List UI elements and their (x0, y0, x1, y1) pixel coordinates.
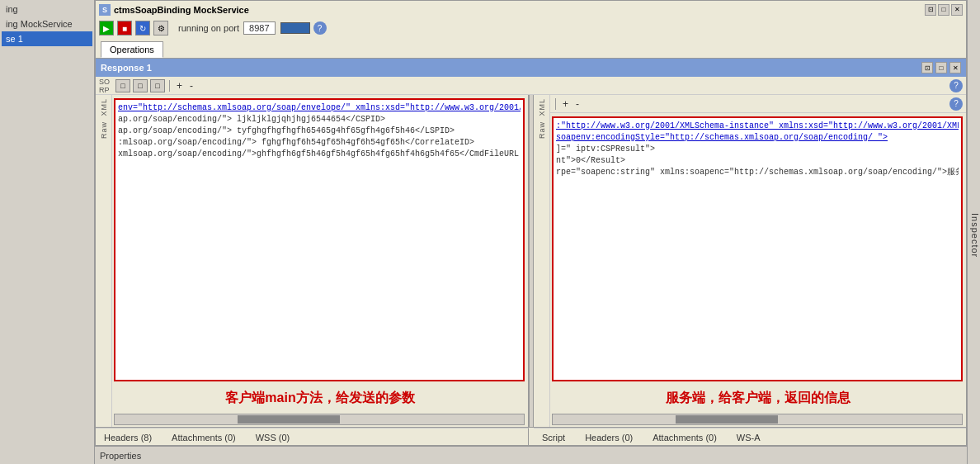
sidebar-item-2[interactable]: ing MockService (2, 17, 92, 31)
left-hscroll[interactable] (114, 414, 525, 425)
right-xml-line-5: nt">0</Result> (556, 155, 959, 167)
tab-script-right[interactable]: Script (539, 432, 568, 443)
right-hscroll[interactable] (552, 414, 963, 425)
bottom-bar: Headers (8) Attachments (0) WSS (0) Scri… (96, 427, 966, 445)
tab-headers-right[interactable]: Headers (0) (582, 432, 636, 443)
rtoolbar-btn-1[interactable]: □ (115, 79, 130, 92)
left-xml-content[interactable]: env="http://schemas.xmlsoap.org/soap/env… (114, 98, 525, 381)
rtoolbar-btn-3[interactable]: □ (150, 79, 165, 92)
tab-wsa-right[interactable]: WS-A (733, 432, 764, 443)
left-content-box: env="http://schemas.xmlsoap.org/soap/env… (112, 95, 528, 427)
raw-label-right: Raw (538, 121, 546, 139)
right-xml-line-4: ]=" iptv:CSPResult"> (556, 144, 959, 155)
tab-attachments-left[interactable]: Attachments (0) (168, 432, 239, 443)
xml-label-vert-left: XML Raw (96, 95, 112, 427)
xml-line-4: :mlsoap.org/soap/encoding/"> fghgfhgf6h5… (118, 137, 521, 149)
response-title-buttons: ⊡ □ ✕ (921, 62, 961, 73)
xml-label-left: XML (100, 98, 108, 116)
response-restore-btn[interactable]: ⊡ (921, 62, 933, 73)
so-rp-label: SORP (99, 78, 110, 94)
left-sidebar: ing ing MockService se 1 (0, 0, 95, 464)
tab-wss-left[interactable]: WSS (0) (252, 432, 294, 443)
status-label: running on port (178, 23, 239, 33)
rtoolbar-minus[interactable]: - (187, 80, 196, 92)
xml-label-right: XML (538, 98, 546, 116)
tab-operations[interactable]: Operations (101, 41, 163, 58)
right-xml-line-6: rpe="soapenc:string" xmlns:soapenc="http… (556, 167, 959, 178)
right-toolbar: SORP + - ? (534, 95, 966, 113)
tab-headers-left[interactable]: Headers (8) (101, 432, 155, 443)
right-annotation: 服务端，给客户端，返回的信息 (550, 383, 966, 414)
title-bar-buttons: ⊡ □ ✕ (925, 4, 963, 16)
right-xml-line-3: soapenv:encodingStyle="http://schemas.xm… (556, 132, 959, 144)
help-button[interactable]: ? (313, 21, 327, 35)
rtoolbar-separator (169, 80, 170, 92)
right-hscroll-thumb[interactable] (676, 415, 778, 424)
xml-label-vert-right: XML Raw (534, 95, 550, 427)
response-title: Response 1 (101, 63, 152, 73)
bottom-tabs-left: Headers (8) Attachments (0) WSS (0) (96, 428, 529, 446)
properties-label: Properties (100, 451, 141, 461)
restore-button[interactable]: ⊡ (925, 4, 936, 16)
rtoolbar-add[interactable]: + (174, 80, 185, 92)
toggle-switch[interactable] (280, 22, 310, 34)
xml-line-3: ap.org/soap/encoding/"> tyfghgfhgfhgfh65… (118, 125, 521, 137)
response-title-bar: Response 1 ⊡ □ ✕ (96, 59, 966, 77)
maximize-button[interactable]: □ (938, 4, 949, 16)
port-display: 8987 (243, 21, 275, 35)
inspector-label: Inspector (970, 213, 980, 258)
refresh-button[interactable]: ↻ (135, 21, 150, 36)
right-xml-line-1: :"http://www.w3.org/2001/XMLSchema-insta… (556, 121, 959, 132)
inspector-sidebar: Inspector (967, 0, 980, 464)
service-icon: S (99, 4, 111, 16)
stop-button[interactable]: ■ (117, 21, 132, 36)
right-rtoolbar-add[interactable]: + (560, 98, 571, 110)
sidebar-item-1[interactable]: ing (2, 2, 92, 17)
raw-label-left: Raw (100, 121, 108, 139)
app-title: ctmsSoapBinding MockService (114, 5, 249, 15)
right-xml-pane: SORP + - ? XML Raw :"http://www.w3.org/2… (534, 95, 966, 427)
right-rtoolbar-minus[interactable]: - (573, 98, 582, 110)
properties-bar: Properties (95, 446, 967, 464)
right-content-box: :"http://www.w3.org/2001/XMLSchema-insta… (550, 113, 966, 427)
rtoolbar-btn-2[interactable]: □ (133, 79, 148, 92)
title-bar-left: S ctmsSoapBinding MockService (99, 4, 249, 16)
right-rtoolbar-help[interactable]: ? (949, 97, 963, 111)
bottom-tabs-right: Script Headers (0) Attachments (0) WS-A (534, 428, 966, 446)
xml-line-1: env="http://schemas.xmlsoap.org/soap/env… (118, 102, 521, 114)
main-area: S ctmsSoapBinding MockService ⊡ □ ✕ ▶ ■ … (95, 0, 967, 464)
left-annotation: 客户端main方法，给发送的参数 (112, 383, 528, 414)
close-button[interactable]: ✕ (951, 4, 963, 16)
title-bar: S ctmsSoapBinding MockService ⊡ □ ✕ (95, 0, 967, 18)
toolbar: ▶ ■ ↻ ⚙ running on port 8987 ? (95, 18, 967, 38)
sidebar-item-3[interactable]: se 1 (2, 31, 92, 46)
status-text: running on port 8987 (178, 23, 277, 33)
response-maximize-btn[interactable]: □ (935, 62, 947, 73)
tab-bar: Operations (95, 38, 967, 58)
left-hscroll-thumb[interactable] (238, 415, 340, 424)
split-content: XML Raw env="http://schemas.xmlsoap.org/… (96, 95, 966, 427)
response-toolbar: SORP □ □ □ + - ? (96, 77, 966, 95)
settings-button[interactable]: ⚙ (153, 21, 168, 36)
right-xml-content[interactable]: :"http://www.w3.org/2001/XMLSchema-insta… (552, 116, 963, 381)
response-panel: Response 1 ⊡ □ ✕ SORP □ □ □ + - ? XML (95, 58, 967, 446)
xml-line-5: xmlsoap.org/soap/encoding/">ghfhgfh6gf5h… (118, 149, 521, 160)
rtoolbar-help-button[interactable]: ? (949, 79, 963, 92)
tab-attachments-right[interactable]: Attachments (0) (649, 432, 720, 443)
right-rtoolbar-separator (555, 98, 556, 110)
response-close-btn[interactable]: ✕ (949, 62, 961, 73)
left-xml-pane: XML Raw env="http://schemas.xmlsoap.org/… (96, 95, 529, 427)
xml-line-2: ap.org/soap/encoding/"> ljkljklgjqhjhgj6… (118, 114, 521, 125)
play-button[interactable]: ▶ (99, 21, 114, 36)
